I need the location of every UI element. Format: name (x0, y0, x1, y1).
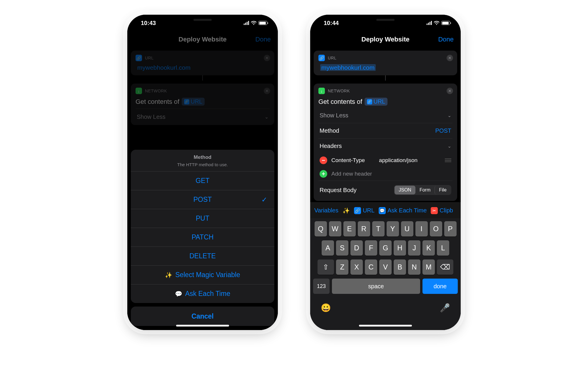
wifi-icon (434, 20, 440, 26)
home-indicator[interactable] (176, 325, 229, 327)
url-card[interactable]: 🔗 URL ✕ mywebhookurl.com (314, 51, 457, 75)
key-x[interactable]: X (350, 259, 363, 275)
method-option-get[interactable]: GET (131, 171, 274, 190)
suggestion-label: Clipb (440, 207, 453, 214)
sheet-subtitle: The HTTP method to use. (134, 162, 271, 167)
suggestion-clipboard[interactable]: ✂Clipb (431, 207, 453, 214)
clipboard-icon: ✂ (431, 207, 438, 214)
key-g[interactable]: G (379, 240, 392, 256)
shift-key[interactable]: ⇧ (318, 259, 334, 275)
option-label: Select Magic Variable (175, 271, 240, 279)
method-option-post[interactable]: POST✓ (131, 190, 274, 209)
chat-icon: 💬 (379, 207, 386, 214)
segment-form[interactable]: Form (415, 186, 435, 194)
method-option-patch[interactable]: PATCH (131, 228, 274, 247)
emoji-key[interactable]: 😀 (321, 303, 331, 313)
key-i[interactable]: I (415, 221, 428, 237)
key-j[interactable]: J (408, 240, 420, 256)
add-header-row[interactable]: + Add new header (318, 167, 452, 181)
key-s[interactable]: S (336, 240, 348, 256)
key-o[interactable]: O (430, 221, 442, 237)
dictation-key[interactable]: 🎤 (440, 303, 450, 313)
key-a[interactable]: A (322, 240, 334, 256)
url-variable-pill[interactable]: 🔗URL (365, 98, 387, 106)
chat-icon: 💬 (175, 290, 182, 297)
key-n[interactable]: N (408, 259, 420, 275)
suggestion-ask[interactable]: 💬Ask Each Time (379, 207, 427, 214)
wifi-icon (251, 20, 257, 26)
space-key[interactable]: space (332, 279, 420, 294)
sheet-header: Method The HTTP method to use. (131, 150, 274, 171)
key-f[interactable]: F (365, 240, 377, 256)
option-label: DELETE (189, 252, 216, 260)
key-w[interactable]: W (329, 221, 341, 237)
action-title: Get contents of 🔗URL (318, 98, 452, 106)
segment-json[interactable]: JSON (395, 186, 415, 194)
cellular-icon (427, 21, 432, 25)
key-h[interactable]: H (394, 240, 406, 256)
connector (385, 75, 386, 81)
option-label: PUT (196, 214, 209, 222)
key-d[interactable]: D (350, 240, 363, 256)
phone-right: 10:44 Deploy Website Done 🔗 URL ✕ mywebh… (310, 15, 461, 330)
close-icon[interactable]: ✕ (447, 55, 453, 61)
remove-header-button[interactable]: − (320, 156, 327, 164)
header-value[interactable]: application/json (379, 157, 417, 164)
nav-bar: Deploy Website Done (310, 31, 461, 48)
status-time: 10:43 (141, 20, 156, 26)
keyboard-suggestion-bar: Variables ✨ 🔗URL 💬Ask Each Time ✂Clipb (310, 202, 461, 218)
keyboard-done-key[interactable]: done (422, 279, 458, 294)
key-c[interactable]: C (365, 259, 377, 275)
home-indicator[interactable] (359, 325, 412, 327)
nav-title: Deploy Website (361, 36, 409, 43)
url-value-text: mywebhookurl.com (320, 64, 376, 71)
magic-variable-option[interactable]: ✨Select Magic Variable (131, 265, 274, 284)
key-y[interactable]: Y (387, 221, 399, 237)
close-icon[interactable]: ✕ (447, 88, 453, 94)
key-k[interactable]: K (422, 240, 435, 256)
key-e[interactable]: E (343, 221, 356, 237)
download-icon: ↓ (318, 88, 325, 94)
network-card[interactable]: ↓ NETWORK ✕ Get contents of 🔗URL Show Le… (314, 84, 457, 201)
key-l[interactable]: L (437, 240, 449, 256)
key-t[interactable]: T (372, 221, 385, 237)
ask-each-time-option[interactable]: 💬Ask Each Time (131, 284, 274, 303)
header-key[interactable]: Content-Type (331, 157, 365, 164)
key-p[interactable]: P (444, 221, 457, 237)
variables-button[interactable]: Variables (314, 207, 338, 214)
option-label: POST (193, 196, 212, 204)
key-b[interactable]: B (394, 259, 406, 275)
url-value[interactable]: mywebhookurl.com (320, 64, 452, 71)
keyboard-bottom-row: 😀 🎤 (312, 298, 459, 313)
key-u[interactable]: U (401, 221, 413, 237)
body-type-segmented[interactable]: JSON Form File (394, 185, 451, 195)
method-option-put[interactable]: PUT (131, 209, 274, 228)
backspace-key[interactable]: ⌫ (437, 259, 453, 275)
method-label: Method (320, 127, 339, 134)
status-icons (427, 20, 450, 26)
key-v[interactable]: V (379, 259, 392, 275)
numbers-key[interactable]: 123 (313, 279, 330, 294)
drag-handle-icon[interactable] (445, 159, 451, 162)
phone-left: 10:43 Deploy Website Done 🔗 URL ✕ mywebh… (127, 15, 278, 330)
segment-file[interactable]: File (435, 186, 451, 194)
cancel-button[interactable]: Cancel (131, 307, 274, 326)
show-less-row[interactable]: Show Less ⌄ (318, 108, 452, 123)
key-z[interactable]: Z (336, 259, 348, 275)
done-button[interactable]: Done (438, 36, 454, 43)
method-row[interactable]: Method POST (318, 123, 452, 138)
key-q[interactable]: Q (315, 221, 327, 237)
key-m[interactable]: M (422, 259, 435, 275)
header-item[interactable]: − Content-Type application/json (318, 154, 452, 167)
key-r[interactable]: R (358, 221, 370, 237)
network-badge: NETWORK (328, 89, 350, 93)
keyboard-row-4: 123 space done (312, 279, 459, 294)
headers-row[interactable]: Headers ⌄ (318, 138, 452, 154)
method-option-delete[interactable]: DELETE (131, 247, 274, 265)
wand-icon[interactable]: ✨ (343, 207, 350, 214)
add-button[interactable]: + (320, 170, 327, 178)
suggestion-url[interactable]: 🔗URL (354, 207, 375, 214)
request-body-row: Request Body JSON Form File (318, 181, 452, 199)
link-icon: 🔗 (354, 207, 361, 214)
link-icon: 🔗 (318, 55, 325, 61)
